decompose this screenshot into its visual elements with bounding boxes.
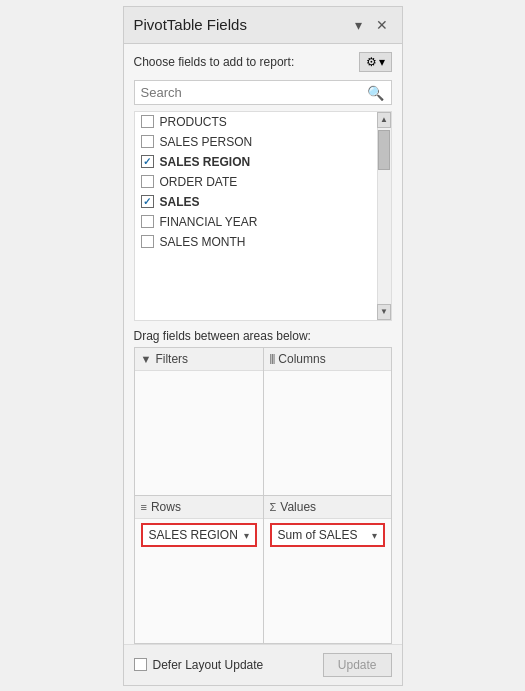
search-input[interactable] bbox=[134, 80, 392, 105]
values-label: Values bbox=[280, 500, 316, 514]
sales-checkbox[interactable]: ✓ bbox=[141, 195, 154, 208]
filters-label: Filters bbox=[155, 352, 188, 366]
values-item-sum-of-sales[interactable]: Sum of SALES ▾ bbox=[270, 523, 385, 547]
rows-item-dropdown[interactable]: ▾ bbox=[244, 530, 249, 541]
field-item-sales-region[interactable]: ✓ SALES REGION bbox=[135, 152, 377, 172]
sales-person-checkbox[interactable] bbox=[141, 135, 154, 148]
columns-icon: ||| bbox=[270, 353, 275, 364]
drag-label: Drag fields between areas below: bbox=[124, 321, 402, 347]
gear-dropdown-button[interactable]: ⚙ ▾ bbox=[359, 52, 392, 72]
panel-title: PivotTable Fields bbox=[134, 16, 247, 33]
products-checkbox[interactable] bbox=[141, 115, 154, 128]
defer-text: Defer Layout Update bbox=[153, 658, 264, 672]
field-item-sales[interactable]: ✓ SALES bbox=[135, 192, 377, 212]
search-row: 🔍 bbox=[124, 76, 402, 111]
fields-scrollbar: ▲ ▼ bbox=[377, 112, 391, 320]
field-label-products: PRODUCTS bbox=[160, 115, 227, 129]
columns-content[interactable] bbox=[264, 371, 391, 496]
pivottable-fields-panel: PivotTable Fields ▾ ✕ Choose fields to a… bbox=[123, 6, 403, 686]
scroll-thumb[interactable] bbox=[378, 130, 390, 170]
values-content: Sum of SALES ▾ bbox=[264, 519, 391, 643]
scroll-down-button[interactable]: ▼ bbox=[377, 304, 391, 320]
order-date-checkbox[interactable] bbox=[141, 175, 154, 188]
fields-list: PRODUCTS SALES PERSON ✓ SALES REGION ORD… bbox=[134, 111, 392, 321]
rows-area: ≡ Rows SALES REGION ▾ bbox=[134, 495, 263, 644]
field-item-order-date[interactable]: ORDER DATE bbox=[135, 172, 377, 192]
field-label-financial-year: FINANCIAL YEAR bbox=[160, 215, 258, 229]
field-label-order-date: ORDER DATE bbox=[160, 175, 238, 189]
filters-content[interactable] bbox=[135, 371, 263, 496]
choose-fields-label: Choose fields to add to report: ⚙ ▾ bbox=[124, 44, 402, 76]
values-icon: Σ bbox=[270, 501, 277, 513]
rows-label: Rows bbox=[151, 500, 181, 514]
update-button[interactable]: Update bbox=[323, 653, 392, 677]
values-header: Σ Values bbox=[264, 496, 391, 519]
filters-area: ▼ Filters bbox=[134, 347, 263, 496]
gear-icon: ⚙ bbox=[366, 55, 377, 69]
columns-label: Columns bbox=[278, 352, 325, 366]
rows-header: ≡ Rows bbox=[135, 496, 263, 519]
filters-icon: ▼ bbox=[141, 353, 152, 365]
header-icons: ▾ ✕ bbox=[351, 15, 392, 35]
field-item-sales-month[interactable]: SALES MONTH bbox=[135, 232, 377, 252]
financial-year-checkbox[interactable] bbox=[141, 215, 154, 228]
filters-header: ▼ Filters bbox=[135, 348, 263, 371]
defer-checkbox[interactable] bbox=[134, 658, 147, 671]
rows-item-sales-region[interactable]: SALES REGION ▾ bbox=[141, 523, 257, 547]
footer: Defer Layout Update Update bbox=[124, 644, 402, 685]
rows-content: SALES REGION ▾ bbox=[135, 519, 263, 643]
field-label-sales-month: SALES MONTH bbox=[160, 235, 246, 249]
values-area: Σ Values Sum of SALES ▾ bbox=[263, 495, 392, 644]
sales-region-checkbox[interactable]: ✓ bbox=[141, 155, 154, 168]
scroll-up-button[interactable]: ▲ bbox=[377, 112, 391, 128]
gear-dropdown-arrow: ▾ bbox=[379, 55, 385, 69]
defer-layout-label[interactable]: Defer Layout Update bbox=[134, 658, 264, 672]
field-item-products[interactable]: PRODUCTS bbox=[135, 112, 377, 132]
search-icon: 🔍 bbox=[367, 85, 384, 101]
rows-item-label: SALES REGION bbox=[149, 528, 238, 542]
values-item-label: Sum of SALES bbox=[278, 528, 358, 542]
values-item-dropdown[interactable]: ▾ bbox=[372, 530, 377, 541]
areas-grid: ▼ Filters ||| Columns ≡ Rows SALES REGIO… bbox=[134, 347, 392, 644]
field-item-financial-year[interactable]: FINANCIAL YEAR bbox=[135, 212, 377, 232]
field-label-sales-person: SALES PERSON bbox=[160, 135, 253, 149]
fields-list-wrapper: PRODUCTS SALES PERSON ✓ SALES REGION ORD… bbox=[124, 111, 402, 321]
rows-icon: ≡ bbox=[141, 501, 147, 513]
close-button[interactable]: ✕ bbox=[372, 15, 392, 35]
field-item-sales-person[interactable]: SALES PERSON bbox=[135, 132, 377, 152]
field-label-sales: SALES bbox=[160, 195, 200, 209]
panel-header: PivotTable Fields ▾ ✕ bbox=[124, 7, 402, 44]
sales-month-checkbox[interactable] bbox=[141, 235, 154, 248]
dropdown-button[interactable]: ▾ bbox=[351, 15, 366, 35]
columns-header: ||| Columns bbox=[264, 348, 391, 371]
field-label-sales-region: SALES REGION bbox=[160, 155, 251, 169]
columns-area: ||| Columns bbox=[263, 347, 392, 496]
